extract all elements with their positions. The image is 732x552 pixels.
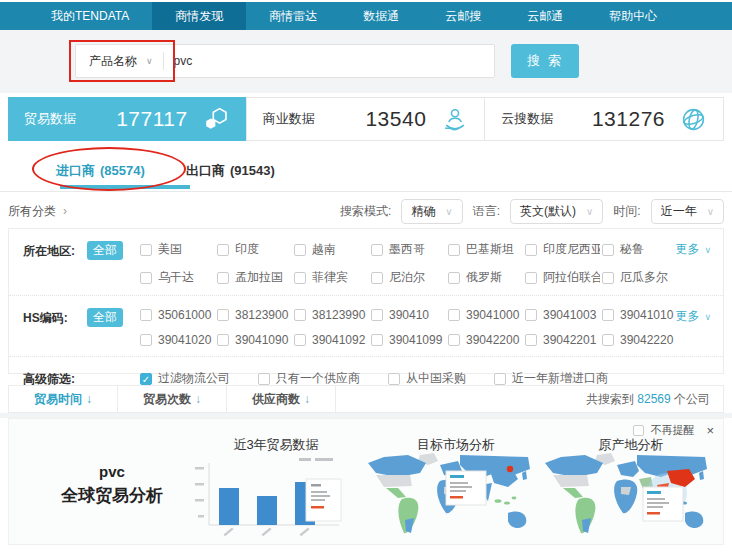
checkbox[interactable] — [371, 272, 383, 284]
search-field-dropdown[interactable]: 产品名称 ∨ — [76, 53, 163, 70]
checkbox[interactable] — [294, 309, 306, 321]
checkbox[interactable] — [217, 244, 229, 256]
map-africa — [614, 480, 637, 514]
time-select[interactable]: 近一年 ∨ — [651, 199, 724, 224]
language-select[interactable]: 英文(默认) ∨ — [510, 199, 603, 224]
checkbox[interactable] — [602, 244, 614, 256]
map-mexico — [386, 488, 406, 498]
stat-value: 177117 — [116, 107, 188, 131]
checkbox[interactable] — [217, 309, 229, 321]
checkbox[interactable] — [525, 334, 537, 346]
checkbox[interactable] — [217, 272, 229, 284]
region-option[interactable]: 秘鲁 — [602, 241, 677, 258]
hscode-option[interactable]: 38123900 — [217, 308, 292, 322]
nav-item-datatong[interactable]: 数据通 — [340, 2, 422, 30]
hscode-option[interactable]: 39041000 — [448, 308, 523, 322]
hscode-more-link[interactable]: 更多 ∨ — [675, 308, 711, 325]
stat-value: 13540 — [365, 107, 426, 131]
sort-by-supplier-count[interactable]: 供应商数↓ — [227, 386, 336, 412]
region-more-link[interactable]: 更多 ∨ — [675, 241, 711, 258]
region-option[interactable]: 厄瓜多尔 — [602, 269, 677, 286]
checkbox[interactable] — [217, 334, 229, 346]
region-option[interactable]: 俄罗斯 — [448, 269, 523, 286]
region-option[interactable]: 巴基斯坦 — [448, 241, 523, 258]
search-mode-select[interactable]: 精确 ∨ — [401, 199, 462, 224]
hscode-option[interactable]: 39042201 — [525, 333, 600, 347]
checkbox[interactable] — [388, 373, 400, 385]
region-all-button[interactable]: 全部 — [87, 241, 123, 260]
stat-cloud-search-data[interactable]: 云搜数据 131276 — [484, 98, 723, 140]
tab-importers[interactable]: 进口商(85574) — [56, 162, 145, 180]
target-market-map[interactable] — [364, 449, 536, 543]
tab-exporters[interactable]: 出口商(91543) — [186, 162, 275, 180]
region-filter-row: 所在地区: 全部 美国 印度 越南 墨西哥 巴基斯坦 印度尼西亚 秘鲁 乌干达 … — [9, 229, 723, 295]
region-option[interactable]: 越南 — [294, 241, 369, 258]
checkbox[interactable] — [294, 272, 306, 284]
checkbox[interactable] — [140, 334, 152, 346]
region-option[interactable]: 尼泊尔 — [371, 269, 446, 286]
stat-trade-data[interactable]: 贸易数据 177117 — [8, 97, 246, 141]
checkbox[interactable] — [448, 244, 460, 256]
three-year-trade-bar-chart[interactable] — [187, 453, 347, 543]
stat-label: 贸易数据 — [24, 110, 76, 128]
region-option[interactable]: 乌干达 — [140, 269, 215, 286]
checkbox[interactable] — [602, 334, 614, 346]
search-button[interactable]: 搜 索 — [511, 44, 579, 78]
dont-remind-checkbox[interactable] — [633, 425, 644, 436]
hscode-option[interactable]: 39041099 — [371, 333, 446, 347]
hscode-option[interactable]: 390410 — [371, 308, 446, 322]
region-option[interactable]: 印度 — [217, 241, 292, 258]
checkbox[interactable] — [525, 272, 537, 284]
origin-map[interactable] — [541, 449, 713, 543]
nav-item-radar[interactable]: 商情雷达 — [246, 2, 340, 30]
sort-by-trade-date[interactable]: 贸易时间↓ — [9, 386, 118, 412]
checkbox[interactable] — [371, 244, 383, 256]
nav-item-discovery[interactable]: 商情发现 — [152, 2, 246, 30]
region-option[interactable]: 美国 — [140, 241, 215, 258]
hscode-all-button[interactable]: 全部 — [87, 308, 123, 327]
sort-by-trade-count[interactable]: 贸易次数↓ — [118, 386, 227, 412]
nav-item-cloudmail[interactable]: 云邮通 — [504, 2, 586, 30]
search-input[interactable] — [164, 54, 494, 68]
checkbox[interactable] — [258, 373, 270, 385]
checkbox[interactable] — [294, 244, 306, 256]
checkbox[interactable] — [494, 373, 506, 385]
checkbox[interactable] — [448, 272, 460, 284]
map-indonesia — [504, 501, 510, 504]
checkbox[interactable] — [448, 309, 460, 321]
close-icon[interactable]: × — [706, 423, 714, 438]
checkbox[interactable] — [371, 309, 383, 321]
stat-business-data[interactable]: 商业数据 13540 — [246, 98, 485, 140]
all-categories-link[interactable]: 所有分类 › — [8, 203, 67, 220]
nav-item-help[interactable]: 帮助中心 — [586, 2, 680, 30]
hscode-option[interactable]: 38123990 — [294, 308, 369, 322]
hscode-option[interactable]: 39042220 — [602, 333, 677, 347]
region-option[interactable]: 印度尼西亚 — [525, 241, 600, 258]
checkbox[interactable] — [140, 244, 152, 256]
checkbox[interactable] — [525, 244, 537, 256]
checkbox[interactable] — [294, 334, 306, 346]
nav-item-my-tendata[interactable]: 我的TENDATA — [28, 2, 152, 30]
checkbox[interactable] — [140, 309, 152, 321]
region-option[interactable]: 墨西哥 — [371, 241, 446, 258]
tab-label: 出口商 — [186, 163, 225, 178]
checkbox[interactable] — [602, 272, 614, 284]
hscode-option[interactable]: 39041092 — [294, 333, 369, 347]
hscode-option[interactable]: 39041090 — [217, 333, 292, 347]
checkbox[interactable] — [525, 309, 537, 321]
region-option[interactable]: 菲律宾 — [294, 269, 369, 286]
checkbox[interactable] — [371, 334, 383, 346]
hscode-option[interactable]: 39042200 — [448, 333, 523, 347]
hscode-option[interactable]: 39041010 — [602, 308, 677, 322]
checkbox[interactable] — [448, 334, 460, 346]
hscode-option[interactable]: 39041020 — [140, 333, 215, 347]
checkbox[interactable] — [602, 309, 614, 321]
region-option[interactable]: 阿拉伯联合... — [525, 269, 600, 286]
checkbox[interactable] — [140, 272, 152, 284]
hscode-option[interactable]: 39041003 — [525, 308, 600, 322]
hscode-option[interactable]: 35061000 — [140, 308, 215, 322]
region-option[interactable]: 孟加拉国 — [217, 269, 292, 286]
checkbox-checked[interactable]: ✓ — [140, 373, 152, 385]
nav-item-cloudmail-search[interactable]: 云邮搜 — [422, 2, 504, 30]
language-label: 语言: — [473, 203, 500, 220]
